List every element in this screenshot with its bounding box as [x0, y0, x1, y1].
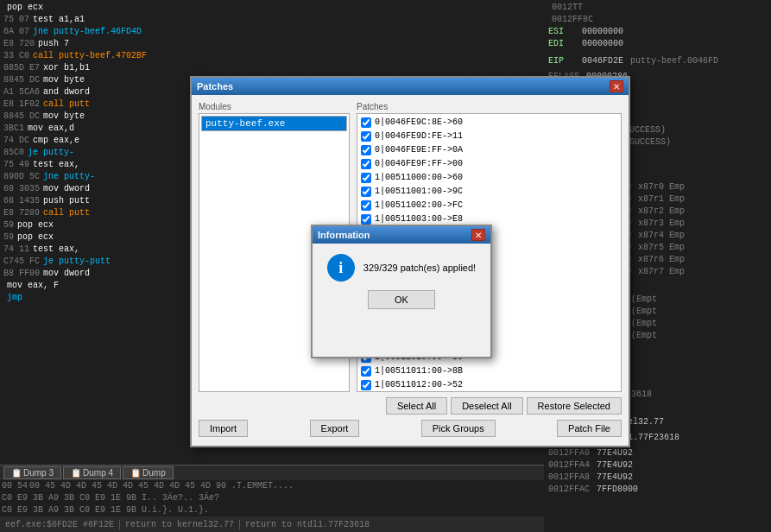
patches-file-buttons: Import Export Pick Groups Patch File	[199, 420, 622, 437]
select-all-button[interactable]: Select All	[386, 397, 447, 415]
patches-label: Patches	[357, 102, 622, 111]
patch-item: 1|00511001:00->9C	[359, 185, 619, 199]
import-button[interactable]: Import	[199, 420, 248, 437]
info-close-button[interactable]: ✕	[471, 229, 485, 241]
hex-area: 00 54 00 45 4D 4D 45 4D 4D 45 4D 4D 45 4…	[0, 480, 544, 516]
info-content: i 329/329 patch(es) applied!	[327, 254, 476, 282]
info-dialog-titlebar: Information ✕	[313, 226, 490, 244]
patch-item: 0|0046FE9D:FE->11	[359, 130, 619, 143]
status-item-1: eef.exe:$6FD2E #6F12E	[0, 520, 120, 529]
asm-panel-left: pop ecx 75 07 test a1,a1 6A 07 jne putty…	[0, 0, 190, 532]
export-button[interactable]: Export	[310, 420, 360, 437]
status-bar: eef.exe:$6FD2E #6F12E return to kernel32…	[0, 516, 544, 532]
info-ok-button[interactable]: OK	[368, 290, 435, 309]
module-putty-beef[interactable]: putty-beef.exe	[201, 116, 347, 131]
patch-item: 1|00511000:00->60	[359, 171, 619, 185]
dump-tab-4[interactable]: 📋 Dump 4	[63, 466, 121, 479]
pick-groups-button[interactable]: Pick Groups	[421, 420, 496, 437]
modules-label: Modules	[199, 102, 350, 111]
patch-item: 1|00511011:00->8B	[359, 364, 619, 378]
patch-item: 0|0046FE9C:8E->60	[359, 116, 619, 130]
patches-action-buttons: Select All Deselect All Restore Selected	[199, 397, 622, 415]
dump-tab[interactable]: 📋 Dump	[123, 466, 174, 479]
status-item-2: return to kernel32.77	[120, 520, 240, 529]
dump-tabs: 📋 Dump 3 📋 Dump 4 📋 Dump	[0, 465, 544, 480]
patch-file-button[interactable]: Patch File	[557, 420, 622, 437]
deselect-all-button[interactable]: Deselect All	[451, 397, 522, 415]
info-message: 329/329 patch(es) applied!	[363, 263, 476, 273]
patch-item: 1|00511012:00->52	[359, 378, 619, 392]
patch-item: 0|0046FE9F:FF->00	[359, 157, 619, 171]
patch-item: 0|0046FE9E:FF->0A	[359, 143, 619, 157]
patches-title: Patches	[197, 81, 233, 92]
status-item-3: return to ntdl1.77F23618	[240, 520, 375, 529]
info-icon: i	[327, 254, 355, 282]
restore-selected-button[interactable]: Restore Selected	[527, 397, 622, 415]
info-title: Information	[318, 230, 370, 240]
patches-dialog-titlebar: Patches ✕	[192, 78, 629, 95]
patches-close-button[interactable]: ✕	[610, 80, 623, 92]
patch-item: 1|00511002:00->FC	[359, 199, 619, 212]
dump-tab-3[interactable]: 📋 Dump 3	[3, 466, 61, 479]
info-dialog: Information ✕ i 329/329 patch(es) applie…	[311, 225, 492, 358]
